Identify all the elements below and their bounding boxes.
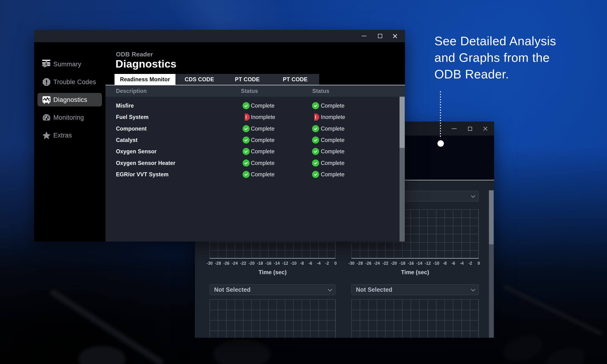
x-tick-label: -30 (207, 261, 212, 266)
sidebar-item-monitoring[interactable]: Monitoring (38, 111, 102, 124)
tab-pt-code-3[interactable]: PT CODE (271, 74, 319, 85)
x-tick-label: -14 (274, 261, 280, 266)
table-header: Description Status Status (106, 85, 405, 97)
parameter-select[interactable]: Not Selected (210, 284, 335, 295)
x-tick-label: -4 (317, 261, 321, 266)
row-description: Oxygen Sensor (116, 148, 157, 155)
x-tick-label: -8 (443, 261, 447, 266)
chart-plot-area (210, 299, 335, 338)
odb-reader-window: SummaryTrouble CodesDiagnosticsMonitorin… (34, 30, 405, 242)
callout-dotted-line (440, 91, 441, 138)
callout-line: ODB Reader. (434, 66, 556, 82)
x-tick-label: -16 (265, 261, 271, 266)
close-button[interactable] (391, 32, 399, 40)
sidebar-item-summary[interactable]: Summary (38, 57, 102, 71)
sidebar-item-label: Extras (53, 131, 72, 139)
status-label: Complete (251, 171, 275, 178)
x-tick-label: -26 (365, 261, 371, 266)
status-complete-icon (243, 171, 250, 178)
chart-plot-area (351, 299, 479, 338)
minimize-icon (452, 129, 457, 129)
status-label: Complete (321, 171, 344, 178)
x-tick-label: -6 (451, 261, 455, 266)
x-tick-label: -24 (232, 261, 238, 266)
table-row: Fuel SystemInompleteInomplete (106, 111, 405, 123)
close-icon (393, 34, 397, 39)
app-label: ODB Reader (116, 51, 153, 58)
gauge-icon (42, 113, 51, 122)
chevron-down-icon (328, 287, 332, 291)
minimize-button[interactable] (450, 125, 458, 133)
x-axis-label: Time (sec) (351, 269, 479, 276)
x-tick-label: -28 (357, 261, 363, 266)
x-axis-label: Time (sec) (210, 269, 335, 276)
status-complete-icon (312, 148, 319, 155)
status-complete-icon (312, 136, 319, 143)
maximize-button[interactable] (466, 125, 474, 133)
column-header-status-2: Status (312, 88, 329, 94)
sidebar-item-extras[interactable]: Extras (38, 129, 102, 142)
status-complete-icon (312, 171, 319, 178)
tab-label: Readiness Monitor (120, 76, 170, 83)
x-tick-label: -22 (383, 261, 388, 266)
background-photo-shape (213, 339, 270, 364)
status-label: Inomplete (251, 114, 275, 120)
odb-reader-titlebar (34, 30, 405, 42)
x-tick-label: -12 (425, 261, 431, 266)
sidebar-item-label: Trouble Codes (53, 78, 96, 86)
scrollbar-thumb[interactable] (489, 190, 494, 244)
x-tick-label: -18 (399, 261, 405, 266)
x-axis-ticks: -30-28-26-24-22-20-18-16-14-12-10-8-6-4-… (351, 261, 479, 267)
tab-pt-code-2[interactable]: PT CODE (223, 74, 271, 85)
screen: -30-28-26-24-22-20-18-16-14-12-10-8-6-4-… (0, 0, 607, 364)
x-tick-label: -20 (391, 261, 397, 266)
x-tick-label: -20 (249, 261, 254, 266)
parameter-select-value: Not Selected (356, 286, 471, 293)
x-tick-label: -30 (348, 261, 354, 266)
close-button[interactable] (481, 125, 489, 133)
x-tick-label: -14 (416, 261, 422, 266)
status-label: Complete (321, 103, 344, 109)
x-tick-label: -26 (223, 261, 229, 266)
background-photo-shape (500, 331, 546, 364)
table-row: Oxygen Sensor HeaterCompleteComplete (106, 157, 405, 169)
background-photo-shape (49, 289, 164, 364)
row-description: Misfire (116, 103, 134, 109)
tab-strip: Readiness MonitorCDS CODEPT CODEPT CODE (115, 74, 319, 85)
column-header-status-1: Status (241, 88, 258, 94)
status-complete-icon (243, 102, 250, 109)
status-complete-icon (312, 102, 319, 109)
row-description: EGR/or VVT System (116, 171, 169, 178)
x-tick-label: 0 (477, 261, 480, 266)
x-tick-label: -8 (300, 261, 304, 266)
x-tick-label: -6 (308, 261, 312, 266)
sidebar-item-trouble-codes[interactable]: Trouble Codes (38, 75, 102, 89)
minimize-button[interactable] (360, 32, 368, 40)
background-photo-shape (78, 346, 126, 364)
status-label: Complete (251, 148, 275, 155)
status-complete-icon (243, 125, 250, 132)
star-icon (42, 131, 51, 140)
x-tick-label: -18 (257, 261, 263, 266)
tab-label: PT CODE (235, 76, 260, 83)
row-description: Component (116, 125, 147, 132)
row-description: Fuel System (116, 114, 149, 120)
alert-octagon-icon (42, 78, 51, 86)
tab-readiness-monitor-0[interactable]: Readiness Monitor (115, 74, 175, 85)
table-row: CatalystCompleteComplete (106, 134, 405, 146)
tab-cds-code-1[interactable]: CDS CODE (175, 74, 223, 85)
scrollbar[interactable] (489, 190, 494, 338)
parameter-select[interactable]: Not Selected (351, 284, 479, 295)
table-body: MisfireCompleteCompleteFuel SystemInompl… (106, 97, 405, 242)
callout-line: See Detailed Analysis (434, 33, 556, 49)
background-photo-shape (543, 343, 589, 364)
status-complete-icon (243, 159, 250, 167)
chevron-down-icon (471, 287, 475, 291)
maximize-icon (468, 127, 472, 131)
callout-line: and Graphs from the (434, 49, 556, 66)
maximize-button[interactable] (376, 32, 384, 40)
x-tick-label: 0 (334, 261, 337, 266)
table-row: EGR/or VVT SystemCompleteComplete (106, 169, 405, 180)
sidebar-item-diagnostics[interactable]: Diagnostics (38, 93, 102, 106)
status-label: Complete (321, 160, 344, 166)
